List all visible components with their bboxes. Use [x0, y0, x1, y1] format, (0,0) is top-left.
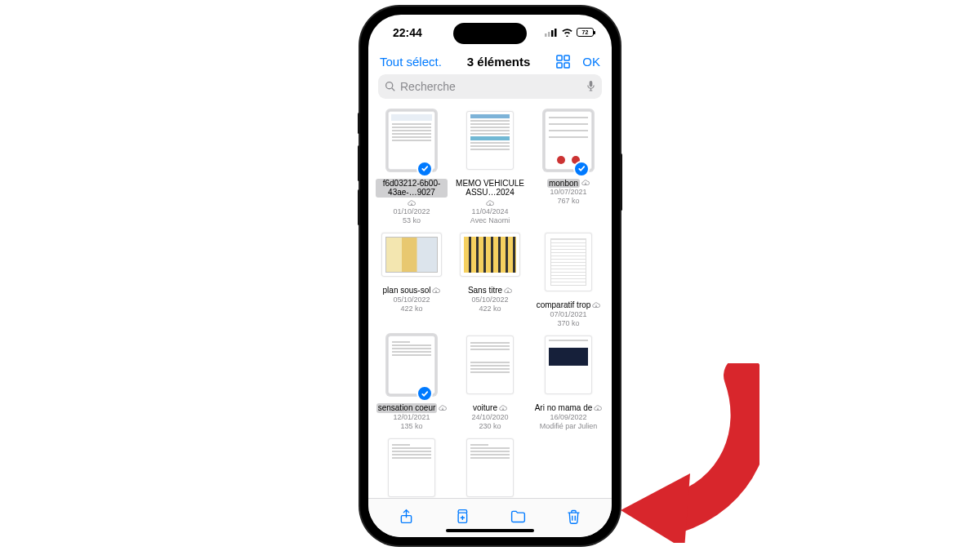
screen: 22:44 72 Tout sélect. 3 éléments OK Rech…: [368, 15, 612, 537]
svg-rect-1: [548, 32, 550, 37]
file-name: comparatif trop: [537, 300, 601, 310]
file-grid[interactable]: f6d03212-6b00-43ae-…9027 01/10/202253 ko…: [368, 104, 612, 498]
file-item[interactable]: MEMO VEHICULE ASSU…2024 11/04/2024Avec N…: [452, 109, 528, 229]
selected-check-icon: [573, 161, 590, 177]
status-time: 22:44: [393, 26, 422, 39]
file-size: 135 ko: [400, 422, 422, 431]
trash-button[interactable]: [565, 508, 582, 528]
svg-rect-6: [557, 62, 562, 67]
ok-button[interactable]: OK: [582, 55, 600, 69]
battery-icon: 72: [577, 28, 594, 37]
file-item[interactable]: Sans titre 05/10/2022422 ko: [452, 230, 528, 331]
file-item[interactable]: plan sous-sol 05/10/2022422 ko: [373, 230, 450, 331]
svg-rect-2: [551, 30, 554, 37]
file-date: 16/09/2022: [550, 413, 586, 422]
home-indicator: [446, 529, 534, 532]
search-icon: [385, 81, 395, 91]
page-title: 3 éléments: [467, 55, 531, 69]
search-placeholder: Recherche: [400, 80, 581, 93]
file-size: 370 ko: [557, 319, 579, 328]
file-date: 24/10/2020: [471, 413, 508, 422]
svg-rect-5: [564, 55, 569, 60]
file-name: voiture: [473, 403, 507, 413]
svg-point-8: [386, 82, 393, 89]
file-size: 53 ko: [403, 216, 421, 225]
file-size: 422 ko: [400, 304, 422, 313]
file-item[interactable]: [452, 436, 528, 498]
duplicate-button[interactable]: [453, 508, 470, 528]
file-item[interactable]: Ari no mama de 16/09/2022Modifié par Jul…: [530, 333, 607, 434]
file-date: 01/10/2022: [393, 207, 430, 216]
svg-rect-10: [590, 81, 593, 87]
file-name: Sans titre: [468, 286, 512, 295]
phone-frame: 22:44 72 Tout sélect. 3 éléments OK Rech…: [360, 7, 620, 545]
file-size: 767 ko: [557, 197, 579, 206]
file-extra: Modifié par Julien: [540, 422, 598, 431]
svg-rect-0: [545, 33, 547, 37]
file-item[interactable]: sensation coeur 12/01/2021135 ko: [373, 333, 450, 434]
file-item[interactable]: [373, 436, 450, 498]
svg-rect-7: [564, 62, 569, 67]
file-date: 05/10/2022: [471, 295, 508, 304]
cellular-icon: [545, 28, 558, 37]
search-input[interactable]: Recherche: [378, 74, 602, 99]
dynamic-island: [453, 23, 527, 44]
selected-check-icon: [416, 385, 433, 402]
file-name: monbon: [547, 179, 590, 189]
file-name: sensation coeur: [376, 403, 448, 413]
file-date: 05/10/2022: [393, 295, 430, 304]
file-item[interactable]: voiture 24/10/2020230 ko: [452, 333, 528, 434]
pointer-arrow: [604, 363, 760, 543]
status-indicators: 72: [545, 28, 594, 37]
file-date: 12/01/2021: [393, 413, 430, 422]
wifi-icon: [561, 28, 573, 37]
file-size: 230 ko: [479, 422, 501, 431]
file-size: 422 ko: [479, 304, 501, 313]
move-folder-button[interactable]: [510, 508, 527, 528]
nav-bar: Tout sélect. 3 éléments OK: [368, 51, 612, 74]
file-item[interactable]: monbon 10/07/2021767 ko: [530, 109, 607, 229]
file-name: f6d03212-6b00-43ae-…9027: [376, 179, 448, 207]
file-name: MEMO VEHICULE ASSU…2024: [454, 179, 526, 207]
file-item[interactable]: comparatif trop 07/01/2021370 ko: [530, 230, 607, 331]
file-name: plan sous-sol: [383, 286, 441, 295]
file-extra: Avec Naomi: [470, 216, 510, 225]
file-name: Ari no mama de: [535, 403, 603, 413]
file-date: 07/01/2021: [550, 310, 586, 319]
svg-rect-4: [557, 55, 562, 60]
file-date: 11/04/2024: [471, 207, 508, 216]
svg-line-9: [392, 88, 394, 91]
mic-icon[interactable]: [586, 80, 595, 92]
file-date: 10/07/2021: [550, 188, 586, 197]
selected-check-icon: [416, 161, 433, 177]
select-all-button[interactable]: Tout sélect.: [380, 55, 442, 69]
share-button[interactable]: [398, 508, 415, 528]
file-item[interactable]: f6d03212-6b00-43ae-…9027 01/10/202253 ko: [373, 109, 450, 229]
svg-rect-3: [555, 29, 557, 37]
grid-view-icon[interactable]: [555, 54, 571, 69]
